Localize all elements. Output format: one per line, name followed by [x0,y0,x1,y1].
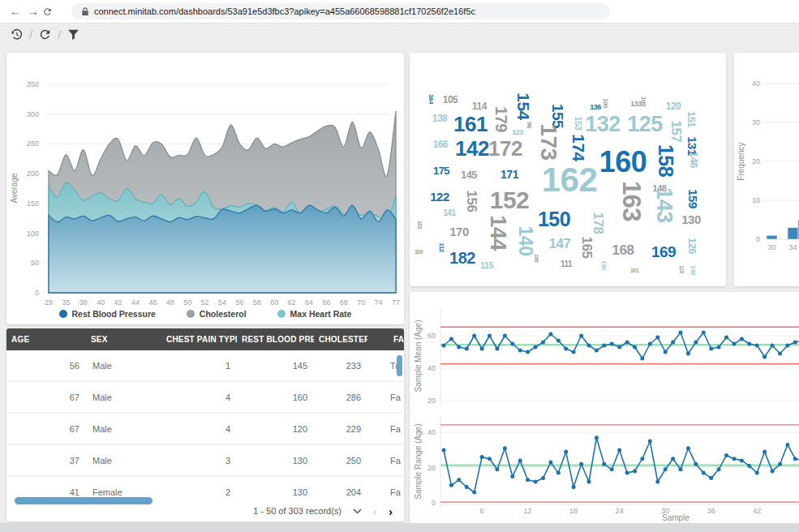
table-cell: 286 [314,381,367,413]
cloud-word: 112 [438,242,445,251]
back-icon[interactable]: ← [6,0,24,23]
cloud-word: 103 [417,221,423,229]
table-cell: 250 [314,444,367,476]
records-count-label: 1 - 50 of 303 record(s) [253,506,342,516]
table-header-row: AGESEXCHEST PAIN TYPEREST BLOOD PRESS...… [6,328,404,350]
svg-text:50: 50 [31,259,39,267]
age-histogram-chart: 010203040303438Frequency [734,53,799,286]
table-row[interactable]: 67Male4160286Fa [6,381,404,413]
svg-text:0: 0 [35,289,39,297]
svg-text:Sample Range (Age): Sample Range (Age) [414,423,423,499]
cloud-word: 153 [573,117,582,131]
legend-item[interactable]: Max Heart Rate [277,309,352,319]
cloud-word: 165 [580,237,594,259]
lock-icon [81,6,89,16]
column-header[interactable]: FAS... [367,328,404,350]
table-cell: 4 [161,413,237,444]
legend-item[interactable]: Rest Blood Pressure [59,309,156,319]
svg-text:68: 68 [340,298,348,307]
area-chart-legend: Rest Blood PressureCholesterolMax Heart … [6,309,404,319]
svg-text:20: 20 [427,397,436,405]
cloud-word: 170 [449,225,469,238]
cloud-word: 150 [538,209,570,230]
cloud-word: 114 [472,101,487,111]
data-table: AGESEXCHEST PAIN TYPEREST BLOOD PRESS...… [6,328,404,521]
table-cell: Male [86,381,161,413]
prev-page-button[interactable]: ‹ [373,505,377,517]
table-cell: 67 [6,413,86,444]
reload-icon[interactable] [42,6,60,17]
svg-text:250: 250 [27,139,39,148]
column-header[interactable]: REST BLOOD PRESS... [237,328,314,350]
table-row[interactable]: 56Male1145233Tr [6,350,404,381]
legend-item[interactable]: Cholesterol [187,309,247,319]
browser-toolbar: ← → connect.minitab.com/dashboards/53a91… [0,0,799,24]
cloud-word: 100 [602,98,608,108]
cloud-word: 132 [585,114,621,135]
filter-icon[interactable] [67,28,80,41]
svg-text:66: 66 [322,298,330,307]
svg-text:58: 58 [253,298,261,307]
svg-text:42: 42 [753,507,761,515]
column-header[interactable]: CHEST PAIN TYPE [161,328,237,350]
svg-text:6: 6 [480,507,484,515]
cloud-word: 152 [490,188,530,212]
svg-text:30: 30 [767,243,775,251]
cloud-word: 96 [526,122,532,128]
svg-text:44: 44 [131,298,140,307]
cloud-word: 130 [600,260,607,270]
table-cell: 160 [237,381,314,413]
table-row[interactable]: 37Male3130250Fa [6,444,404,476]
svg-text:Average: Average [10,173,19,204]
svg-text:30: 30 [752,118,760,127]
svg-text:64: 64 [305,298,313,307]
svg-text:46: 46 [148,298,157,307]
svg-text:Sample: Sample [662,513,689,522]
cloud-word: 157 [669,121,683,143]
cloud-word: 169 [651,244,676,260]
table-cell: 130 [237,444,314,476]
cloud-word: 163 [619,181,644,221]
svg-text:40: 40 [97,298,105,307]
cloud-word: 173 [537,123,560,160]
svg-text:24: 24 [616,507,624,515]
table-row[interactable]: 67Male4120229Fa [6,413,404,444]
svg-text:74: 74 [375,298,383,307]
cloud-word: 147 [549,237,571,251]
svg-text:0: 0 [756,235,760,243]
address-bar[interactable]: connect.minitab.com/dashboards/53a91e5d3… [71,3,610,19]
svg-text:40: 40 [427,364,436,372]
svg-text:200: 200 [27,169,39,178]
cloud-word: 101 [630,268,638,273]
svg-text:38: 38 [79,298,88,307]
cloud-word: 123 [512,129,523,136]
svg-text:0: 0 [432,499,436,507]
xbar-r-control-charts: 204060Sample Mean (Age)02040Sample Range… [410,292,799,523]
next-page-button[interactable]: › [389,505,393,517]
cloud-word: 161 [453,114,488,135]
cloud-word: 162 [542,163,598,197]
column-header[interactable]: SEX [86,328,161,350]
svg-text:10: 10 [752,196,760,204]
svg-text:12: 12 [524,507,532,515]
column-header[interactable]: AGE [6,328,86,350]
cloud-word: 182 [449,250,475,266]
svg-text:56: 56 [235,298,243,307]
average-area-chart-card: 0501001502002503003502935384042444648505… [6,53,404,324]
cloud-word: 136 [590,104,601,111]
table-cell: 233 [314,350,367,381]
refresh-icon[interactable] [38,28,52,41]
chevron-down-icon[interactable] [353,508,362,514]
cloud-word: 174 [570,134,587,161]
legend-label: Max Heart Rate [290,309,352,319]
forward-icon[interactable]: → [24,0,42,23]
table-horizontal-scrollbar[interactable] [15,497,152,504]
svg-text:350: 350 [27,80,39,88]
cloud-word: 141 [443,209,455,217]
column-header[interactable]: CHOLESTEROL [314,328,367,350]
svg-text:35: 35 [62,298,70,307]
url-text: connect.minitab.com/dashboards/53a91e5d3… [94,6,475,16]
history-icon[interactable] [10,28,24,41]
cloud-word: 159 [687,189,699,208]
table-vertical-scrollbar[interactable] [397,355,402,376]
